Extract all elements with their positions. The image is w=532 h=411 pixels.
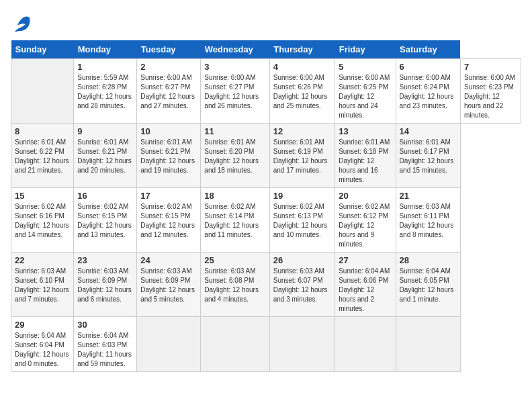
day-info: Sunrise: 6:02 AM Sunset: 6:15 PM Dayligh… (140, 202, 197, 240)
day-number: 10 (140, 126, 197, 136)
day-number: 23 (77, 255, 133, 265)
logo (11, 13, 32, 35)
day-info: Sunrise: 6:02 AM Sunset: 6:15 PM Dayligh… (77, 202, 133, 240)
calendar-day-cell (335, 317, 396, 372)
day-info: Sunrise: 6:01 AM Sunset: 6:21 PM Dayligh… (77, 138, 133, 175)
day-info: Sunrise: 6:01 AM Sunset: 6:19 PM Dayligh… (273, 138, 331, 175)
day-number: 17 (140, 191, 197, 201)
calendar-day-cell: 8Sunrise: 6:01 AM Sunset: 6:22 PM Daylig… (11, 124, 74, 188)
day-info: Sunrise: 6:04 AM Sunset: 6:06 PM Dayligh… (339, 267, 392, 314)
day-number: 13 (339, 126, 392, 136)
day-info: Sunrise: 6:04 AM Sunset: 6:03 PM Dayligh… (77, 331, 133, 369)
day-number: 25 (204, 255, 265, 265)
empty-cell (11, 59, 74, 124)
calendar-day-cell: 11Sunrise: 6:01 AM Sunset: 6:20 PM Dayli… (201, 124, 269, 188)
day-info: Sunrise: 6:03 AM Sunset: 6:07 PM Dayligh… (273, 267, 331, 304)
calendar-day-cell (137, 317, 201, 372)
calendar-day-cell: 10Sunrise: 6:01 AM Sunset: 6:21 PM Dayli… (137, 124, 201, 188)
day-header-wednesday: Wednesday (201, 40, 269, 59)
calendar-day-cell: 19Sunrise: 6:02 AM Sunset: 6:13 PM Dayli… (269, 188, 335, 253)
calendar-day-cell: 4Sunrise: 6:00 AM Sunset: 6:26 PM Daylig… (269, 59, 335, 124)
calendar-day-cell: 5Sunrise: 6:00 AM Sunset: 6:25 PM Daylig… (335, 59, 396, 124)
calendar-day-cell (201, 317, 269, 372)
day-info: Sunrise: 6:01 AM Sunset: 6:20 PM Dayligh… (204, 138, 265, 175)
calendar-day-cell: 24Sunrise: 6:03 AM Sunset: 6:09 PM Dayli… (137, 253, 201, 317)
calendar-week-row: 22Sunrise: 6:03 AM Sunset: 6:10 PM Dayli… (11, 253, 521, 317)
calendar-day-cell: 9Sunrise: 6:01 AM Sunset: 6:21 PM Daylig… (74, 124, 137, 188)
day-number: 14 (400, 126, 457, 136)
day-number: 15 (15, 191, 70, 201)
calendar-day-cell: 15Sunrise: 6:02 AM Sunset: 6:16 PM Dayli… (11, 188, 74, 253)
calendar-day-cell: 18Sunrise: 6:02 AM Sunset: 6:14 PM Dayli… (201, 188, 269, 253)
day-header-thursday: Thursday (269, 40, 335, 59)
day-number: 6 (400, 62, 457, 72)
day-number: 21 (400, 191, 457, 201)
day-info: Sunrise: 6:00 AM Sunset: 6:26 PM Dayligh… (273, 73, 331, 111)
calendar-day-cell: 20Sunrise: 6:02 AM Sunset: 6:12 PM Dayli… (335, 188, 396, 253)
calendar-day-cell: 2Sunrise: 6:00 AM Sunset: 6:27 PM Daylig… (137, 59, 201, 124)
day-number: 4 (273, 62, 331, 72)
calendar-day-cell: 13Sunrise: 6:01 AM Sunset: 6:18 PM Dayli… (335, 124, 396, 188)
calendar-day-cell: 14Sunrise: 6:01 AM Sunset: 6:17 PM Dayli… (396, 124, 460, 188)
day-number: 8 (15, 126, 70, 136)
day-header-saturday: Saturday (396, 40, 460, 59)
day-number: 26 (273, 255, 331, 265)
day-info: Sunrise: 6:01 AM Sunset: 6:18 PM Dayligh… (339, 138, 392, 185)
calendar-day-cell: 26Sunrise: 6:03 AM Sunset: 6:07 PM Dayli… (269, 253, 335, 317)
day-info: Sunrise: 6:03 AM Sunset: 6:09 PM Dayligh… (140, 267, 197, 304)
day-info: Sunrise: 6:02 AM Sunset: 6:12 PM Dayligh… (339, 202, 392, 249)
day-info: Sunrise: 6:00 AM Sunset: 6:27 PM Dayligh… (140, 73, 197, 111)
calendar-day-cell: 3Sunrise: 6:00 AM Sunset: 6:27 PM Daylig… (201, 59, 269, 124)
day-number: 19 (273, 191, 331, 201)
day-header-sunday: Sunday (11, 40, 74, 59)
day-header-friday: Friday (335, 40, 396, 59)
day-info: Sunrise: 6:02 AM Sunset: 6:14 PM Dayligh… (204, 202, 265, 240)
day-number: 29 (15, 320, 70, 330)
day-number: 24 (140, 255, 197, 265)
day-info: Sunrise: 6:01 AM Sunset: 6:22 PM Dayligh… (15, 138, 70, 175)
calendar-day-cell: 21Sunrise: 6:03 AM Sunset: 6:11 PM Dayli… (396, 188, 460, 253)
day-number: 18 (204, 191, 265, 201)
calendar-day-cell: 7Sunrise: 6:00 AM Sunset: 6:23 PM Daylig… (460, 59, 521, 124)
calendar-table: SundayMondayTuesdayWednesdayThursdayFrid… (11, 40, 521, 372)
day-number: 1 (77, 62, 133, 72)
calendar-day-cell: 25Sunrise: 6:03 AM Sunset: 6:08 PM Dayli… (201, 253, 269, 317)
calendar-week-row: 15Sunrise: 6:02 AM Sunset: 6:16 PM Dayli… (11, 188, 521, 253)
day-info: Sunrise: 6:03 AM Sunset: 6:08 PM Dayligh… (204, 267, 265, 304)
day-info: Sunrise: 6:03 AM Sunset: 6:11 PM Dayligh… (400, 202, 457, 240)
calendar-day-cell: 1Sunrise: 5:59 AM Sunset: 6:28 PM Daylig… (74, 59, 137, 124)
calendar-week-row: 1Sunrise: 5:59 AM Sunset: 6:28 PM Daylig… (11, 59, 521, 124)
day-header-tuesday: Tuesday (137, 40, 201, 59)
day-number: 12 (273, 126, 331, 136)
day-info: Sunrise: 6:01 AM Sunset: 6:17 PM Dayligh… (400, 138, 457, 175)
day-number: 28 (400, 255, 457, 265)
day-info: Sunrise: 6:00 AM Sunset: 6:27 PM Dayligh… (204, 73, 265, 111)
day-number: 27 (339, 255, 392, 265)
calendar-day-cell (269, 317, 335, 372)
calendar-day-cell (396, 317, 460, 372)
day-info: Sunrise: 6:00 AM Sunset: 6:25 PM Dayligh… (339, 73, 392, 120)
day-number: 5 (339, 62, 392, 72)
day-info: Sunrise: 6:04 AM Sunset: 6:05 PM Dayligh… (400, 267, 457, 304)
logo-bird-icon (11, 13, 32, 35)
day-info: Sunrise: 6:00 AM Sunset: 6:24 PM Dayligh… (400, 73, 457, 111)
day-header-monday: Monday (74, 40, 137, 59)
day-info: Sunrise: 6:02 AM Sunset: 6:13 PM Dayligh… (273, 202, 331, 240)
calendar-day-cell: 6Sunrise: 6:00 AM Sunset: 6:24 PM Daylig… (396, 59, 460, 124)
day-number: 3 (204, 62, 265, 72)
calendar-day-cell: 28Sunrise: 6:04 AM Sunset: 6:05 PM Dayli… (396, 253, 460, 317)
day-info: Sunrise: 6:04 AM Sunset: 6:04 PM Dayligh… (15, 331, 70, 369)
day-number: 22 (15, 255, 70, 265)
day-number: 30 (77, 320, 133, 330)
calendar-week-row: 29Sunrise: 6:04 AM Sunset: 6:04 PM Dayli… (11, 317, 521, 372)
day-info: Sunrise: 6:03 AM Sunset: 6:09 PM Dayligh… (77, 267, 133, 304)
title-area (46, 11, 521, 12)
day-number: 20 (339, 191, 392, 201)
day-number: 11 (204, 126, 265, 136)
day-number: 7 (464, 62, 517, 72)
day-info: Sunrise: 6:00 AM Sunset: 6:23 PM Dayligh… (464, 73, 517, 120)
day-number: 2 (140, 62, 197, 72)
calendar-day-cell: 30Sunrise: 6:04 AM Sunset: 6:03 PM Dayli… (74, 317, 137, 372)
page-header (11, 11, 521, 35)
calendar-day-cell: 16Sunrise: 6:02 AM Sunset: 6:15 PM Dayli… (74, 188, 137, 253)
